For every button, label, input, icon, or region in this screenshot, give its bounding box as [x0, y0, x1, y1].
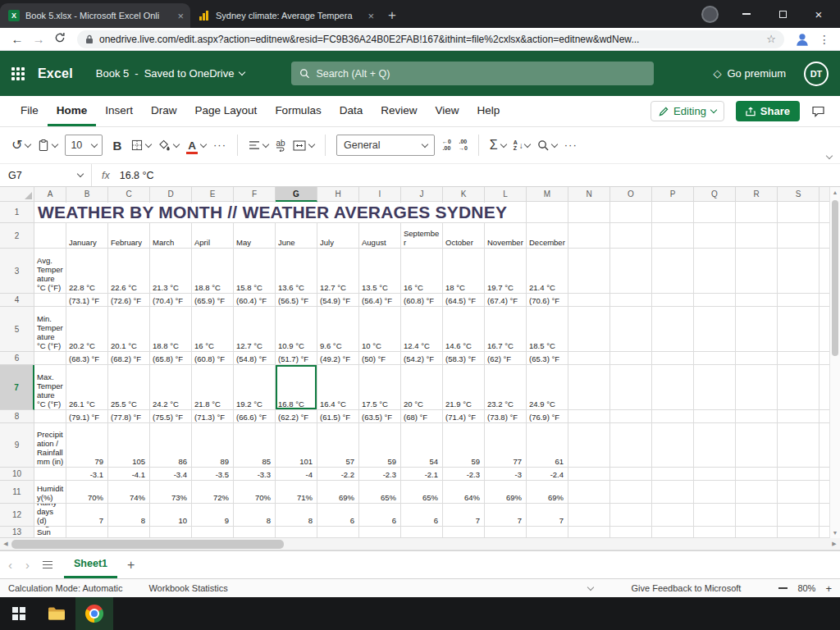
cell-P13[interactable] — [652, 527, 694, 538]
editing-mode-button[interactable]: Editing — [651, 101, 724, 121]
cell-N5[interactable] — [568, 307, 610, 352]
cell-O1[interactable] — [610, 202, 652, 223]
row-header-6[interactable]: 6 — [0, 352, 34, 365]
cell-L6[interactable]: (62) °F — [485, 352, 527, 365]
cell-M10[interactable]: -2.4 — [527, 468, 568, 481]
cell-H7[interactable]: 16.4 °C — [317, 365, 359, 410]
prev-sheet-icon[interactable]: ‹ — [8, 558, 12, 572]
cell-R10[interactable] — [736, 468, 778, 481]
cell-N1[interactable] — [568, 202, 610, 223]
cell-Q6[interactable] — [694, 352, 736, 365]
cell-L4[interactable]: (67.4) °F — [485, 294, 527, 307]
cell-H2[interactable]: July — [317, 223, 359, 249]
column-header-B[interactable]: B — [66, 187, 108, 202]
cell-H5[interactable]: 9.6 °C — [317, 307, 359, 352]
cell-G2[interactable]: June — [276, 223, 317, 249]
menu-view[interactable]: View — [426, 96, 468, 126]
row-header-5[interactable]: 5 — [0, 307, 34, 352]
cell-S4[interactable] — [778, 294, 819, 307]
cell-A10[interactable] — [34, 468, 66, 481]
comments-icon[interactable] — [811, 105, 825, 117]
cell-I7[interactable]: 17.5 °C — [359, 365, 401, 410]
cell-P3[interactable] — [652, 249, 694, 294]
cell-D3[interactable]: 21.3 °C — [150, 249, 192, 294]
cell-I11[interactable]: 65% — [359, 481, 401, 504]
cell-B10[interactable]: -3.1 — [66, 468, 108, 481]
cell-H13[interactable] — [317, 527, 359, 538]
column-header-P[interactable]: P — [652, 187, 694, 202]
cell-P11[interactable] — [652, 481, 694, 504]
cell-C6[interactable]: (68.2) °F — [108, 352, 150, 365]
font-size-select[interactable]: 10 — [65, 135, 103, 156]
cell-D5[interactable]: 18.8 °C — [150, 307, 192, 352]
column-header-R[interactable]: R — [736, 187, 778, 202]
cell-R5[interactable] — [736, 307, 778, 352]
search-box[interactable] — [291, 62, 654, 85]
sort-filter-button[interactable]: AZ ↓ — [514, 139, 530, 151]
row-header-2[interactable]: 2 — [0, 223, 34, 249]
chevron-down-icon[interactable] — [524, 140, 531, 147]
cell-A5[interactable]: Min. Temperature °C (°F) — [34, 307, 66, 352]
decrease-decimal-button[interactable]: ←0 .00 — [442, 139, 451, 152]
cell-G12[interactable]: 8 — [276, 504, 317, 527]
cell-G7[interactable]: 16.8 °C — [276, 365, 317, 410]
row-header-13[interactable]: 13 — [0, 527, 34, 538]
cell-K13[interactable] — [443, 527, 485, 538]
cell-R6[interactable] — [736, 352, 778, 365]
cell-E12[interactable]: 9 — [192, 504, 234, 527]
cell-O5[interactable] — [610, 307, 652, 352]
cell-R12[interactable] — [736, 504, 778, 527]
cell-R2[interactable] — [736, 223, 778, 249]
column-header-F[interactable]: F — [234, 187, 276, 202]
chevron-down-icon[interactable] — [200, 140, 207, 147]
cell-C4[interactable]: (72.6) °F — [108, 294, 150, 307]
browser-profile-badge[interactable] — [701, 6, 719, 23]
menu-home[interactable]: Home — [48, 96, 97, 126]
cell-S5[interactable] — [778, 307, 819, 352]
cell-G3[interactable]: 13.6 °C — [276, 249, 317, 294]
next-sheet-icon[interactable]: › — [25, 558, 30, 572]
cell-F2[interactable]: May — [234, 223, 276, 249]
cell-P7[interactable] — [652, 365, 694, 410]
cell-M12[interactable]: 7 — [527, 504, 568, 527]
cell-K8[interactable]: (71.4) °F — [443, 410, 485, 423]
forward-icon[interactable]: → — [28, 32, 49, 46]
menu-formulas[interactable]: Formulas — [266, 96, 330, 126]
document-title-group[interactable]: Book 5 - Saved to OneDrive — [96, 67, 245, 80]
more-commands-button[interactable]: ··· — [564, 139, 578, 152]
increase-decimal-button[interactable]: .00 →0 — [459, 139, 468, 152]
row-header-9[interactable]: 9 — [0, 423, 34, 468]
cell-A12[interactable]: Rainy days (d) — [34, 504, 66, 527]
cell-C9[interactable]: 105 — [108, 423, 150, 468]
new-tab-button[interactable]: + — [381, 4, 404, 27]
cell-N13[interactable] — [568, 527, 610, 538]
cell-R1[interactable] — [736, 202, 778, 223]
cell-M1[interactable] — [527, 202, 568, 223]
scroll-right-icon[interactable]: ▶ — [829, 541, 840, 547]
row-header-11[interactable]: 11 — [0, 481, 34, 504]
paste-button[interactable] — [38, 139, 57, 152]
cell-E4[interactable]: (65.9) °F — [192, 294, 234, 307]
cell-L10[interactable]: -3 — [485, 468, 527, 481]
cell-J5[interactable]: 12.4 °C — [401, 307, 443, 352]
column-header-S[interactable]: S — [778, 187, 819, 202]
autosum-button[interactable]: Σ — [490, 139, 506, 152]
cell-B13[interactable] — [66, 527, 108, 538]
cell-J13[interactable] — [401, 527, 443, 538]
sheet-tab-sheet1[interactable]: Sheet1 — [64, 551, 117, 578]
cell-I3[interactable]: 13.5 °C — [359, 249, 401, 294]
cell-H12[interactable]: 6 — [317, 504, 359, 527]
menu-help[interactable]: Help — [468, 96, 509, 126]
bookmark-star-icon[interactable]: ☆ — [766, 33, 776, 45]
browser-tab-excel[interactable]: X Book 5.xlsx - Microsoft Excel Onli × — [0, 3, 190, 28]
cell-E11[interactable]: 72% — [192, 481, 234, 504]
cell-S1[interactable] — [778, 202, 819, 223]
cell-C8[interactable]: (77.8) °F — [108, 410, 150, 423]
cell-N12[interactable] — [568, 504, 610, 527]
cell-E6[interactable]: (60.8) °F — [192, 352, 234, 365]
cell-R3[interactable] — [736, 249, 778, 294]
cell-D9[interactable]: 86 — [150, 423, 192, 468]
undo-button[interactable]: ↺ — [11, 139, 30, 152]
cell-S6[interactable] — [778, 352, 819, 365]
more-font-options-button[interactable]: ··· — [213, 139, 226, 152]
